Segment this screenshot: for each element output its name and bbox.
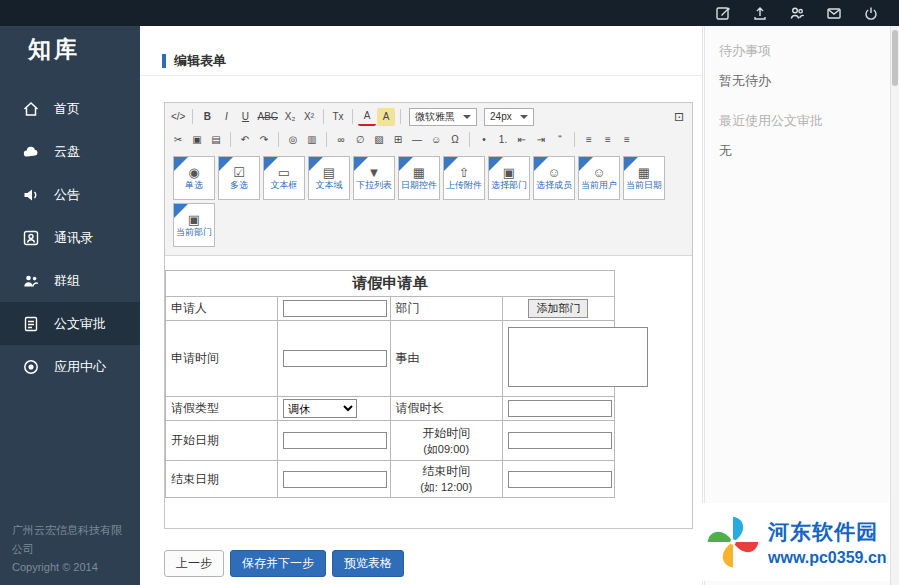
sidebar-item-contacts[interactable]: 通讯录 xyxy=(0,216,140,259)
vertical-scrollbar[interactable] xyxy=(890,26,899,585)
scrollbar-thumb[interactable] xyxy=(892,30,898,86)
redo-icon[interactable]: ↷ xyxy=(255,131,273,149)
align-center-icon[interactable]: ≡ xyxy=(599,131,617,149)
current-date-widget-button[interactable]: ▦ 当前日期 xyxy=(623,156,665,200)
outdent-icon[interactable]: ⇤ xyxy=(513,131,531,149)
text-color-icon[interactable]: A xyxy=(358,108,376,126)
calendar-icon: ▦ xyxy=(413,166,425,179)
underline-icon[interactable]: U xyxy=(236,108,254,126)
upload-icon[interactable] xyxy=(752,5,768,21)
upload-widget-button[interactable]: ⇧ 上传附件 xyxy=(443,156,485,200)
start-date-input[interactable] xyxy=(283,432,387,449)
prev-step-button[interactable]: 上一步 xyxy=(164,550,224,577)
maximize-icon[interactable]: ⊡ xyxy=(670,108,688,126)
sidebar-item-announcements[interactable]: 公告 xyxy=(0,173,140,216)
watermark-text: 河东软件园 www.pc0359.cn xyxy=(768,518,887,567)
form-editor: </> B I U ABC X₂ X² Tx A A 微软雅黑 xyxy=(164,102,693,529)
mail-icon[interactable] xyxy=(826,5,842,21)
sidebar-item-app-center[interactable]: 应用中心 xyxy=(0,345,140,388)
blockquote-icon[interactable]: “ xyxy=(551,131,569,149)
source-icon[interactable]: </> xyxy=(169,108,187,126)
add-dept-button[interactable]: 添加部门 xyxy=(528,299,588,318)
preview-table-button[interactable]: 预览表格 xyxy=(332,550,404,577)
toolbar-row-1: </> B I U ABC X₂ X² Tx A A 微软雅黑 xyxy=(169,105,688,128)
save-next-button[interactable]: 保存并下一步 xyxy=(230,550,326,577)
sidebar-item-document-approval[interactable]: 公文审批 xyxy=(0,302,140,345)
end-date-input[interactable] xyxy=(283,471,387,488)
users-icon[interactable] xyxy=(789,5,805,21)
compose-icon[interactable] xyxy=(715,5,731,21)
toolbar-separator xyxy=(400,109,401,124)
copy-icon[interactable]: ▣ xyxy=(188,131,206,149)
checkbox-icon: ☑ xyxy=(233,166,245,179)
remove-format-icon[interactable]: Tx xyxy=(329,108,347,126)
unlink-icon[interactable]: ∅ xyxy=(351,131,369,149)
toolbar-separator xyxy=(192,109,193,124)
end-time-input[interactable] xyxy=(508,471,612,488)
current-user-widget-button[interactable]: ☺ 当前用户 xyxy=(578,156,620,200)
toolbar-separator xyxy=(323,109,324,124)
sidebar: 知库 首页 云盘 公告 xyxy=(0,26,140,585)
current-dept-widget-button[interactable]: ▣ 当前部门 xyxy=(173,203,215,247)
textarea-widget-button[interactable]: ▤ 文本域 xyxy=(308,156,350,200)
find-icon[interactable]: ◎ xyxy=(284,131,302,149)
reason-textarea[interactable] xyxy=(508,327,648,387)
select-dept-widget-button[interactable]: ▣ 选择部门 xyxy=(488,156,530,200)
font-size-dropdown[interactable]: 24px xyxy=(484,108,534,126)
applicant-input[interactable] xyxy=(283,300,387,317)
toolbar-separator xyxy=(278,132,279,147)
strikethrough-icon[interactable]: ABC xyxy=(255,108,280,126)
indent-icon[interactable]: ⇥ xyxy=(532,131,550,149)
duration-input[interactable] xyxy=(508,400,612,417)
reason-label: 事由 xyxy=(390,321,502,397)
title-accent-bar xyxy=(162,54,166,68)
font-size-value: 24px xyxy=(490,111,512,122)
sidebar-item-cloud-disk[interactable]: 云盘 xyxy=(0,130,140,173)
sidebar-item-label: 首页 xyxy=(54,100,80,118)
select-all-icon[interactable]: ▥ xyxy=(303,131,321,149)
link-icon[interactable]: ∞ xyxy=(332,131,350,149)
start-time-input[interactable] xyxy=(508,432,612,449)
editor-canvas[interactable]: 请假申请单 申请人 部门 添加部门 申请时间 事由 xyxy=(165,256,692,528)
horizontal-rule-icon[interactable]: — xyxy=(408,131,426,149)
bulleted-list-icon[interactable]: • xyxy=(475,131,493,149)
paste-icon[interactable]: ▤ xyxy=(207,131,225,149)
numbered-list-icon[interactable]: 1. xyxy=(494,131,512,149)
align-left-icon[interactable]: ≡ xyxy=(580,131,598,149)
smiley-icon[interactable]: ☺ xyxy=(427,131,445,149)
align-right-icon[interactable]: ≡ xyxy=(618,131,636,149)
leave-type-select[interactable]: 调休 xyxy=(283,399,357,418)
select-member-widget-button[interactable]: ☺ 选择成员 xyxy=(533,156,575,200)
end-time-label: 结束时间 (如: 12:00) xyxy=(390,461,502,498)
date-widget-button[interactable]: ▦ 日期控件 xyxy=(398,156,440,200)
italic-icon[interactable]: I xyxy=(217,108,235,126)
duration-label: 请假时长 xyxy=(390,397,502,421)
start-date-label: 开始日期 xyxy=(166,421,278,461)
department-icon: ▣ xyxy=(188,213,200,226)
table-icon[interactable]: ⊞ xyxy=(389,131,407,149)
sidebar-menu: 首页 云盘 公告 通讯录 xyxy=(0,87,140,388)
undo-icon[interactable]: ↶ xyxy=(236,131,254,149)
radio-widget-button[interactable]: ◉ 单选 xyxy=(173,156,215,200)
toolbar-separator xyxy=(352,109,353,124)
bg-color-icon[interactable]: A xyxy=(377,108,395,126)
textbox-widget-button[interactable]: ▭ 文本框 xyxy=(263,156,305,200)
dropdown-widget-button[interactable]: ▼ 下拉列表 xyxy=(353,156,395,200)
subscript-icon[interactable]: X₂ xyxy=(281,108,299,126)
checkbox-widget-button[interactable]: ☑ 多选 xyxy=(218,156,260,200)
superscript-icon[interactable]: X² xyxy=(300,108,318,126)
sidebar-item-groups[interactable]: 群组 xyxy=(0,259,140,302)
special-char-icon[interactable]: Ω xyxy=(446,131,464,149)
font-family-dropdown[interactable]: 微软雅黑 xyxy=(409,108,477,126)
sidebar-item-label: 公文审批 xyxy=(54,315,106,333)
department-icon: ▣ xyxy=(503,166,515,179)
image-icon[interactable]: ▧ xyxy=(370,131,388,149)
apply-time-input[interactable] xyxy=(283,350,387,367)
leave-type-label: 请假类型 xyxy=(166,397,278,421)
form-widget-buttons: ◉ 单选 ☑ 多选 ▭ 文本框 ▤ 文本域 xyxy=(169,151,688,253)
sidebar-item-home[interactable]: 首页 xyxy=(0,87,140,130)
bold-icon[interactable]: B xyxy=(198,108,216,126)
watermark-site-url: www.pc0359.cn xyxy=(768,549,887,567)
power-icon[interactable] xyxy=(863,5,879,21)
cut-icon[interactable]: ✂ xyxy=(169,131,187,149)
